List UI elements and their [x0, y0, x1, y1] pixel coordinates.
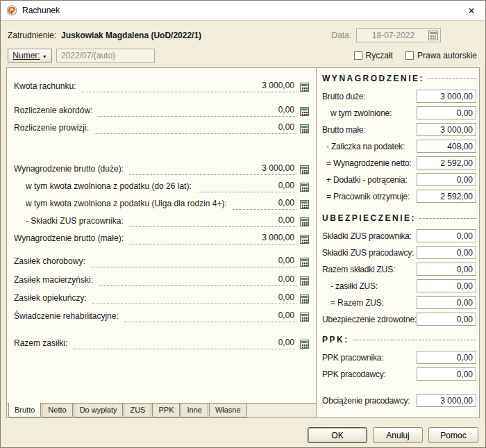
- summary-row-ppk-pracownika: PPK pracownika: 0,00: [322, 351, 476, 364]
- field-row-kwota-rachunku: Kwota rachunku: 3 000,00: [14, 78, 309, 92]
- summary-label: + Dodatki - potrącenia:: [322, 175, 417, 185]
- summary-row-razem-zus: = Razem ZUS: 0,00: [322, 296, 476, 309]
- section-header-label: UBEZPIECZENIE:: [322, 213, 416, 223]
- field-value[interactable]: 0,00: [98, 105, 296, 117]
- field-value[interactable]: 0,00: [99, 274, 296, 286]
- summary-value: 408,00: [417, 140, 476, 153]
- tab-ppk[interactable]: PPK: [152, 404, 180, 417]
- summary-row-dodatki: + Dodatki - potrącenia: 0,00: [322, 173, 476, 186]
- ok-button[interactable]: OK: [308, 427, 367, 443]
- field-row-zasilek-chorobowy: Zasiłek chorobowy: 0,00: [14, 253, 309, 267]
- tab-bar: Brutto Netto Do wypłaty ZUS PPK Inne Wła…: [7, 403, 316, 417]
- number-dropdown-button[interactable]: Numer: ▼: [8, 49, 52, 63]
- field-value[interactable]: 0,00: [129, 215, 296, 227]
- field-label: Wynagrodzenie brutto (duże):: [14, 164, 124, 175]
- summary-row-zus-pracownika: Składki ZUS pracownika: 0,00: [322, 229, 476, 242]
- field-value[interactable]: 3 000,00: [129, 233, 296, 244]
- tab-brutto[interactable]: Brutto: [8, 403, 41, 417]
- tab-inne[interactable]: Inne: [181, 404, 208, 417]
- cancel-button[interactable]: Anuluj: [373, 427, 423, 443]
- field-label: Zasiłek opiekuńczy:: [14, 293, 87, 304]
- employment-row: Zatrudnienie: Juskowiak Magdalena (UoD/2…: [1, 28, 485, 42]
- field-value[interactable]: 0,00: [197, 181, 296, 192]
- dashed-divider: [419, 218, 476, 219]
- calculator-icon[interactable]: [300, 313, 309, 322]
- calculator-icon[interactable]: [300, 217, 309, 226]
- summary-row-zus-pracodawcy: Składki ZUS pracodawcy: 0,00: [322, 246, 476, 259]
- field-value[interactable]: 3 000,00: [129, 163, 296, 175]
- titlebar: Rachunek ✕: [1, 1, 485, 21]
- field-row-zwolniona-do26: w tym kwota zwolniona z podatku (do 26 l…: [14, 178, 309, 192]
- summary-row-obciazenie-pracodawcy: Obciążenie pracodawcy: 3 000,00: [322, 394, 476, 407]
- field-row-zasilek-macierzynski: Zasiłek macierzyński: 0,00: [14, 272, 309, 286]
- calculator-icon[interactable]: [300, 340, 309, 349]
- summary-label: PPK pracownika:: [322, 353, 417, 363]
- checkbox-ryczalt[interactable]: Ryczałt: [354, 51, 393, 60]
- footer-buttons: OK Anuluj Pomoc: [1, 427, 478, 443]
- summary-label: PPK pracodawcy:: [322, 370, 417, 379]
- tab-netto[interactable]: Netto: [42, 404, 72, 417]
- help-button[interactable]: Pomoc: [428, 427, 478, 443]
- checkbox-prawa-autorskie[interactable]: Prawa autorskie: [405, 51, 477, 60]
- field-value[interactable]: 0,00: [124, 310, 296, 322]
- calculator-icon[interactable]: [300, 107, 309, 116]
- summary-value: 0,00: [417, 229, 476, 242]
- field-row-rozliczenie-akordow: Rozliczenie akordów: 0,00: [14, 102, 309, 117]
- tab-wlasne[interactable]: Własne: [209, 404, 247, 417]
- summary-value: 2 592,00: [417, 190, 476, 203]
- field-value[interactable]: 0,00: [233, 198, 296, 210]
- summary-value: 0,00: [417, 106, 476, 119]
- calculator-icon[interactable]: [300, 276, 309, 285]
- summary-row-razem-skladki: Razem składki ZUS: 0,00: [322, 263, 476, 276]
- employment-label: Zatrudnienie:: [8, 31, 56, 40]
- summary-label: Razem składki ZUS:: [322, 265, 417, 274]
- rachunek-window: { "colors": { "dialog_bg": "#f1edda", "p…: [0, 0, 486, 448]
- calculator-icon[interactable]: [300, 165, 309, 174]
- calculator-icon[interactable]: [300, 83, 309, 92]
- field-value[interactable]: 0,00: [94, 122, 296, 134]
- field-label: Zasiłek macierzyński:: [14, 275, 93, 286]
- calculator-icon[interactable]: [300, 124, 309, 133]
- app-icon: [6, 5, 17, 16]
- field-row-brutto-duze: Wynagrodzenie brutto (duże): 3 000,00: [14, 160, 309, 175]
- field-row-zwolniona-ulga4: w tym kwota zwolniona z podatku (Ulga dl…: [14, 195, 309, 210]
- tab-zus[interactable]: ZUS: [124, 404, 151, 417]
- summary-label: Ubezpieczenie zdrowotne:: [322, 315, 417, 324]
- date-value: 18-07-2022: [361, 31, 426, 40]
- summary-value: 2 592,00: [417, 156, 476, 169]
- summary-label: Obciążenie pracodawcy:: [322, 396, 417, 406]
- calculator-icon[interactable]: [300, 200, 309, 209]
- main-panel: Kwota rachunku: 3 000,00 Rozliczenie ako…: [6, 67, 480, 418]
- chevron-down-icon: ▼: [42, 54, 47, 59]
- field-value[interactable]: 3 000,00: [81, 81, 296, 92]
- checkbox-ryczalt-box[interactable]: [354, 51, 362, 60]
- dashed-divider: [353, 340, 476, 340]
- field-value[interactable]: 0,00: [73, 338, 296, 349]
- calculator-icon[interactable]: [300, 258, 309, 267]
- summary-label: - zasiłki ZUS:: [322, 281, 417, 291]
- summary-label: - Zaliczka na podatek:: [322, 142, 417, 151]
- summary-value: 0,00: [417, 246, 476, 259]
- summary-label: Brutto duże:: [322, 92, 417, 101]
- field-label: w tym kwota zwolniona z podatku (do 26 l…: [14, 181, 192, 192]
- checkbox-prawa-box[interactable]: [405, 51, 414, 60]
- close-icon[interactable]: ✕: [460, 3, 483, 18]
- section-header-label: WYNAGRODZENIE:: [322, 74, 424, 83]
- field-value[interactable]: 0,00: [92, 292, 296, 304]
- field-row-skladki-zus: - Składki ZUS pracownika: 0,00: [14, 213, 309, 227]
- summary-label: Składki ZUS pracownika:: [322, 231, 417, 241]
- checkbox-ryczalt-label: Ryczałt: [366, 51, 393, 60]
- calculator-icon[interactable]: [300, 235, 309, 244]
- summary-row-zdrowotne: Ubezpieczenie zdrowotne: 0,00: [322, 313, 476, 326]
- calendar-icon: [428, 31, 438, 40]
- field-value[interactable]: 0,00: [91, 256, 296, 267]
- field-row-brutto-male: Wynagrodzenie brutto (małe): 3 000,00: [14, 230, 309, 244]
- summary-label: = Razem ZUS:: [322, 298, 417, 308]
- summary-row-brutto-duze: Brutto duże: 3 000,00: [322, 90, 476, 103]
- calculator-icon[interactable]: [300, 294, 309, 304]
- calculator-icon[interactable]: [300, 183, 309, 192]
- tab-do-wyplaty[interactable]: Do wypłaty: [74, 404, 124, 417]
- number-input[interactable]: 2022/07/(auto): [56, 49, 155, 63]
- summary-label: w tym zwolnione:: [322, 108, 417, 118]
- summary-value: 0,00: [417, 263, 476, 276]
